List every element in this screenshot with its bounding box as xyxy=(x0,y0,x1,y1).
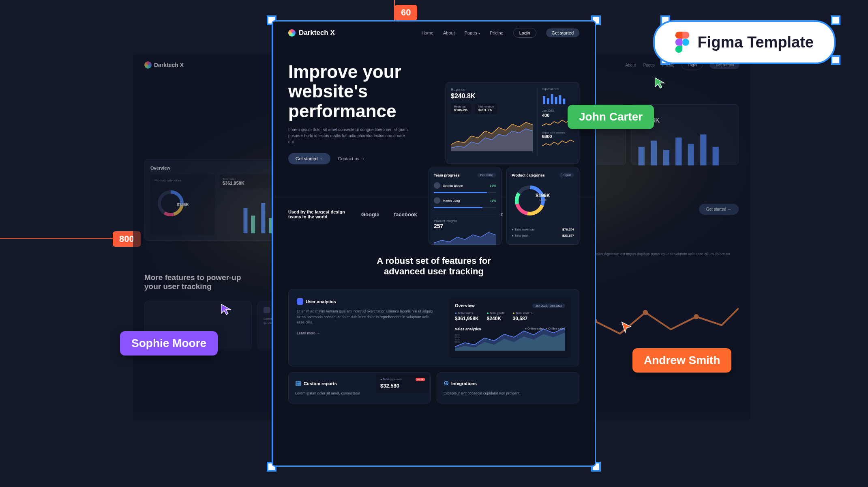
learn-more-link[interactable]: Learn more → xyxy=(297,331,320,335)
figma-button-label: Figma Template xyxy=(698,34,814,51)
svg-point-24 xyxy=(694,314,699,319)
nav-link-pricing[interactable]: Pricing xyxy=(490,30,504,35)
svg-rect-27 xyxy=(551,94,553,104)
nav-link-about[interactable]: About xyxy=(443,30,455,35)
get-started-button[interactable]: Get started xyxy=(546,28,579,37)
logo-google: Google xyxy=(361,211,379,218)
revenue-card: Revenue $240.8K Revenue $105.2K Net reve… xyxy=(446,82,579,164)
cursor-icon xyxy=(219,302,233,316)
bar-chart-icon xyxy=(635,128,734,166)
sparkline-icon xyxy=(542,139,574,149)
cursor-label-sophie: Sophie Moore xyxy=(120,331,218,356)
svg-rect-30 xyxy=(563,99,565,104)
usedby-text: Used by the largest design teams in the … xyxy=(288,209,345,219)
figma-icon xyxy=(675,32,690,53)
feature-card-reports: ▦Custom reports Lorem ipsum dolor sit am… xyxy=(288,372,431,403)
feature-card-integrations: ⊕Integrations Excepteur sint occaecat cu… xyxy=(437,372,579,403)
selection-handle[interactable] xyxy=(831,55,840,65)
svg-rect-6 xyxy=(261,203,265,233)
integrations-icon: ⊕ xyxy=(444,379,449,386)
svg-rect-29 xyxy=(559,95,561,104)
brand-text: Darktech X xyxy=(154,62,184,68)
svg-rect-5 xyxy=(251,215,255,233)
nav-link[interactable]: Pages xyxy=(643,63,655,67)
figma-template-button[interactable]: Figma Template xyxy=(653,20,836,64)
svg-rect-26 xyxy=(547,98,549,104)
svg-rect-20 xyxy=(713,147,719,166)
features-heading: More features to power-up your user trac… xyxy=(144,273,242,291)
dimension-badge-top: 60 xyxy=(394,5,417,20)
cta-get-started[interactable]: Get started → xyxy=(288,153,330,164)
hero-title: Improve your website's performance xyxy=(288,62,418,121)
svg-rect-14 xyxy=(639,147,645,166)
svg-rect-19 xyxy=(700,134,706,165)
area-mini-chart xyxy=(434,229,496,245)
logo-icon xyxy=(144,61,152,69)
nav-link[interactable]: About xyxy=(625,63,636,67)
reports-icon: ▦ xyxy=(295,379,301,386)
bar-mini-chart xyxy=(542,92,574,104)
hero-subtitle: Lorem ipsum dolor sit amet consectetur c… xyxy=(288,127,410,145)
svg-rect-16 xyxy=(663,150,669,165)
features-section: A robust set of features for advanced us… xyxy=(273,231,595,428)
logo-facebook: facebook xyxy=(394,211,417,218)
svg-rect-25 xyxy=(543,96,545,104)
artboard-center-selected[interactable]: Darktech X Home About Pages ▾ Pricing Lo… xyxy=(272,20,596,467)
get-started-button[interactable]: Get started → xyxy=(699,204,739,215)
logo-icon xyxy=(288,29,296,37)
svg-rect-15 xyxy=(651,141,657,166)
logo[interactable]: Darktech X xyxy=(288,29,335,37)
svg-rect-4 xyxy=(244,208,248,234)
logo: Darktech X xyxy=(144,61,184,69)
brand-text: Darktech X xyxy=(299,29,335,37)
svg-rect-17 xyxy=(675,138,682,166)
svg-point-36 xyxy=(682,39,689,45)
team-progress-card: Team progress Percentile Sophia Bloom 85… xyxy=(429,168,502,245)
header-nav: Darktech X Home About Pages ▾ Pricing Lo… xyxy=(273,22,595,42)
svg-rect-18 xyxy=(688,144,694,165)
avatar xyxy=(434,197,440,204)
selection-handle[interactable] xyxy=(831,15,840,25)
analytics-icon xyxy=(297,298,303,305)
overview-panel: Overview Jan 2023 - Dec 2023 ● Total sal… xyxy=(449,297,571,358)
cursor-label-andrew: Andrew Smith xyxy=(632,348,731,373)
sales-area-chart xyxy=(455,323,565,351)
svg-rect-28 xyxy=(555,97,557,104)
cursor-label-john: John Carter xyxy=(568,105,654,129)
feature-icon xyxy=(264,307,270,313)
features-heading: A robust set of features for advanced us… xyxy=(373,256,495,277)
feature-card-analytics: User analytics Ut enim ad minim veniam q… xyxy=(288,289,579,366)
nav-link-home[interactable]: Home xyxy=(422,30,433,35)
svg-point-23 xyxy=(643,310,648,315)
nav-link-pages[interactable]: Pages ▾ xyxy=(465,30,480,35)
avatar xyxy=(434,182,440,189)
area-chart-icon xyxy=(451,114,533,155)
cta-contact[interactable]: Contact us → xyxy=(338,156,365,161)
product-categories-card: Product categories Export $196K Sales ● … xyxy=(506,168,579,245)
login-button[interactable]: Login xyxy=(513,28,536,38)
hero-section: Improve your website's performance Lorem… xyxy=(273,42,595,172)
cursor-icon xyxy=(653,75,667,89)
chevron-down-icon: ▾ xyxy=(478,32,480,35)
cursor-icon xyxy=(619,320,633,334)
pc-title: Product categories xyxy=(154,179,211,182)
